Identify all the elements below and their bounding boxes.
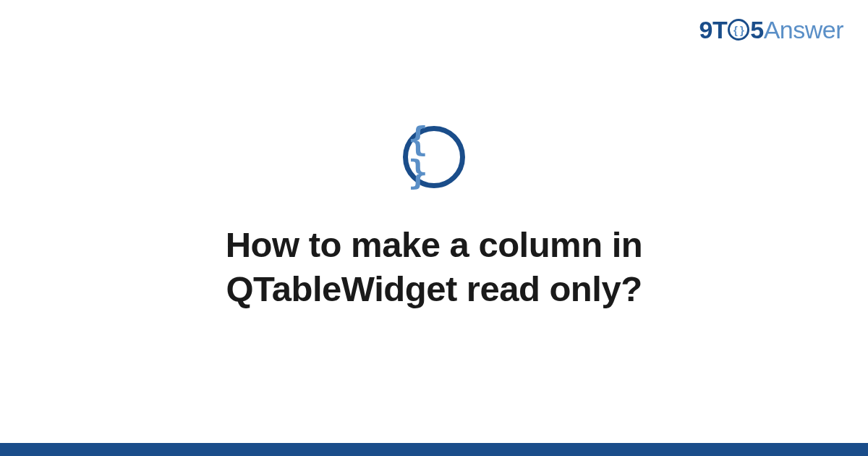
main-content: { } How to make a column in QTableWidget… [0, 126, 868, 312]
footer-bar [0, 443, 868, 456]
logo-text-9t: 9T [699, 16, 728, 43]
code-braces-icon: { } [403, 126, 465, 188]
braces-glyph: { } [408, 122, 460, 189]
question-title: How to make a column in QTableWidget rea… [109, 223, 760, 312]
logo-circle-braces: { } [733, 24, 744, 36]
logo-text-answer: Answer [764, 16, 843, 43]
logo-circle-icon: { } [728, 19, 749, 41]
logo-text-5: 5 [750, 16, 763, 43]
site-logo: 9T{ }5Answer [699, 16, 843, 44]
